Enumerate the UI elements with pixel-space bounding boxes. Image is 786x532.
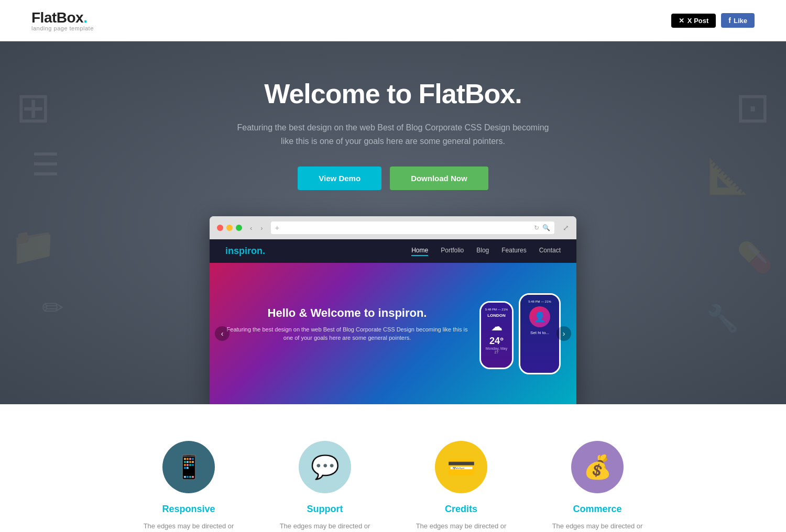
feature-responsive: 📱 Responsive The edges may be directed o… [131, 441, 246, 532]
phone-city: LONDON [487, 313, 506, 318]
features-grid: 📱 Responsive The edges may be directed o… [131, 441, 655, 532]
inner-logo: inspiron. [225, 246, 265, 257]
bg-icon-3: 📁 [10, 225, 56, 268]
hero-buttons: View Demo Download Now [31, 167, 755, 190]
inner-nav-blog[interactable]: Blog [476, 247, 489, 256]
url-search-icon: 🔍 [542, 224, 550, 231]
x-icon: ✕ [679, 17, 684, 25]
feature-support: 💬 Support The edges may be directed or u… [267, 441, 383, 532]
inner-nav: inspiron. Home Portfolio Blog Features C… [210, 239, 576, 263]
responsive-title: Responsive [131, 504, 246, 515]
phone-big-status: 5:48 PM — 21% [528, 300, 551, 303]
credits-desc: The edges may be directed or undirected.… [403, 521, 519, 532]
phone-screen-big: 5:48 PM — 21% 👤 Set hi to... [520, 295, 559, 373]
logo-text: FlatBox. [31, 9, 94, 26]
fb-like-label: Like [734, 17, 747, 25]
features-section: 📱 Responsive The edges may be directed o… [0, 404, 786, 532]
support-desc: The edges may be directed or undirected.… [267, 521, 383, 532]
commerce-icon-wrapper: 💰 [571, 441, 624, 493]
hero-section: ⊞ ☰ 📁 ✏ ⊡ 📐 💊 🔧 Welcome to FlatBox. Feat… [0, 41, 786, 404]
responsive-icon-wrapper: 📱 [162, 441, 215, 493]
inner-logo-text: inspiron [225, 246, 263, 256]
dot-maximize[interactable] [236, 225, 242, 231]
logo-subtitle: landing page template [31, 25, 94, 31]
feature-commerce: 💰 Commerce The edges may be directed or … [540, 441, 655, 532]
phone-date: Monday, May 27 [484, 347, 509, 354]
responsive-icon: 📱 [174, 453, 203, 481]
carousel-prev-button[interactable]: ‹ [215, 326, 230, 341]
inner-logo-dot: . [263, 246, 265, 256]
nav-back[interactable]: ‹ [247, 223, 255, 233]
credits-icon-wrapper: 💳 [435, 441, 487, 493]
nav-forward[interactable]: › [258, 223, 265, 233]
browser-url-bar: + ↻ 🔍 [271, 221, 554, 234]
dot-minimize[interactable] [226, 225, 233, 231]
browser-nav: ‹ › [247, 223, 266, 233]
x-post-button[interactable]: ✕ X Post [671, 14, 716, 28]
dot-close[interactable] [217, 225, 223, 231]
phone-small: 5:48 PM — 21% LONDON ☁ 24° Monday, May 2… [479, 301, 514, 369]
url-reload-icon[interactable]: ↻ [534, 224, 539, 231]
inner-hero: ‹ Hello & Welcome to inspiron. Featuring… [210, 263, 576, 404]
support-title: Support [267, 504, 383, 515]
inner-hero-phones: 5:48 PM — 21% LONDON ☁ 24° Monday, May 2… [479, 293, 561, 374]
phone-temp: 24° [489, 336, 504, 347]
browser-inner: inspiron. Home Portfolio Blog Features C… [210, 239, 576, 404]
download-now-button[interactable]: Download Now [390, 167, 488, 190]
phone-avatar: 👤 [529, 306, 550, 327]
logo-dot: . [83, 9, 87, 26]
inner-nav-contact[interactable]: Contact [539, 247, 561, 256]
phone-cloud-icon: ☁ [491, 320, 503, 334]
x-post-label: X Post [687, 17, 708, 25]
inner-nav-home[interactable]: Home [411, 247, 428, 256]
phone-screen-small: 5:48 PM — 21% LONDON ☁ 24° Monday, May 2… [481, 303, 512, 368]
inner-hero-heading: Hello & Welcome to inspiron. [225, 306, 469, 321]
logo-name: FlatBox [31, 9, 83, 26]
support-icon-wrapper: 💬 [299, 441, 351, 493]
credits-title: Credits [403, 504, 519, 515]
inner-nav-links: Home Portfolio Blog Features Contact [411, 247, 561, 256]
fb-icon: f [728, 16, 731, 25]
hero-description: Featuring the best design on the web Bes… [236, 121, 550, 148]
inner-nav-portfolio[interactable]: Portfolio [441, 247, 464, 256]
hero-heading: Welcome to FlatBox. [31, 78, 755, 109]
support-icon: 💬 [311, 453, 340, 481]
bg-icon-4: ✏ [42, 293, 64, 323]
browser-bar: ‹ › + ↻ 🔍 ⤢ [210, 216, 576, 239]
browser-mockup: ‹ › + ↻ 🔍 ⤢ inspiron. Home Portfolio Bl [210, 216, 576, 404]
view-demo-button[interactable]: View Demo [298, 167, 381, 190]
browser-dots [217, 225, 242, 231]
inner-hero-desc: Featuring the best design on the web Bes… [225, 325, 469, 342]
feature-credits: 💳 Credits The edges may be directed or u… [403, 441, 519, 532]
phone-user-name: Set hi to... [530, 330, 549, 335]
phone-big: 5:48 PM — 21% 👤 Set hi to... [519, 293, 561, 374]
commerce-title: Commerce [540, 504, 655, 515]
expand-icon[interactable]: ⤢ [563, 224, 569, 232]
header-actions: ✕ X Post f Like [671, 13, 755, 28]
responsive-desc: The edges may be directed or undirected.… [131, 521, 246, 532]
phone-status: 5:48 PM — 21% [485, 308, 508, 311]
bg-icon-7: 💊 [737, 240, 773, 274]
logo: FlatBox. landing page template [31, 9, 94, 31]
inner-nav-features[interactable]: Features [501, 247, 526, 256]
header: FlatBox. landing page template ✕ X Post … [0, 0, 786, 41]
commerce-desc: The edges may be directed or undirected.… [540, 521, 655, 532]
url-input[interactable] [282, 221, 531, 234]
url-plus-icon: + [275, 224, 279, 232]
inner-hero-text: Hello & Welcome to inspiron. Featuring t… [225, 306, 469, 361]
bg-icon-8: 🔧 [706, 303, 739, 334]
credits-icon: 💳 [447, 453, 476, 481]
fb-like-button[interactable]: f Like [721, 13, 755, 28]
commerce-icon: 💰 [583, 453, 612, 481]
carousel-next-button[interactable]: › [556, 326, 571, 341]
